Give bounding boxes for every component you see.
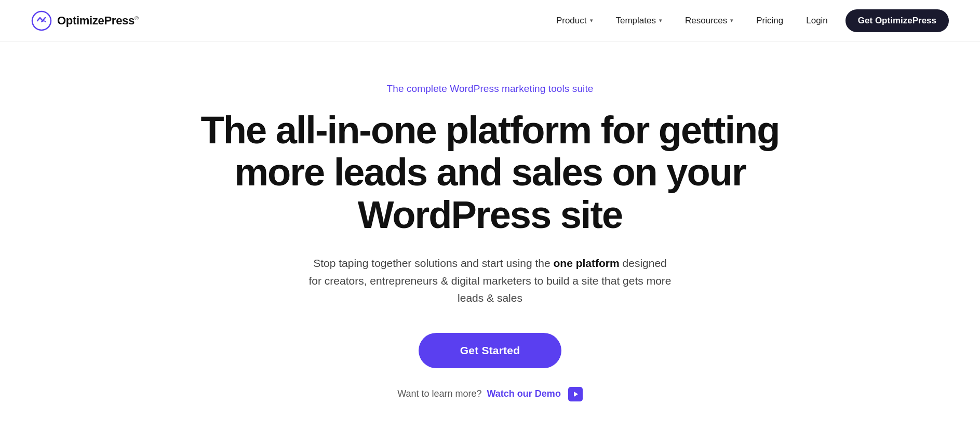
logo-icon: [31, 10, 52, 31]
play-icon: [568, 387, 583, 401]
demo-prefix-text: Want to learn more?: [397, 388, 481, 399]
hero-section: The complete WordPress marketing tools s…: [0, 42, 980, 430]
main-nav: Product ▾ Templates ▾ Resources ▾ Pricin…: [547, 9, 949, 32]
nav-get-optimizepress-button[interactable]: Get OptimizePress: [845, 9, 949, 32]
svg-point-0: [32, 11, 51, 30]
nav-templates[interactable]: Templates ▾: [607, 11, 672, 30]
demo-row: Want to learn more? Watch our Demo: [397, 387, 583, 401]
header: OptimizePress® Product ▾ Templates ▾ Res…: [0, 0, 980, 42]
nav-product[interactable]: Product ▾: [547, 11, 602, 30]
logo[interactable]: OptimizePress®: [31, 10, 139, 31]
hero-title: The all-in-one platform for getting more…: [153, 109, 828, 236]
nav-login[interactable]: Login: [797, 11, 837, 30]
product-chevron-icon: ▾: [590, 17, 593, 24]
svg-marker-1: [574, 392, 578, 397]
nav-pricing[interactable]: Pricing: [747, 11, 793, 30]
logo-text: OptimizePress®: [57, 14, 139, 28]
get-started-button[interactable]: Get Started: [419, 333, 561, 368]
nav-resources[interactable]: Resources ▾: [676, 11, 743, 30]
resources-chevron-icon: ▾: [730, 17, 733, 24]
hero-eyebrow: The complete WordPress marketing tools s…: [387, 83, 594, 95]
templates-chevron-icon: ▾: [659, 17, 662, 24]
hero-subtitle: Stop taping together solutions and start…: [308, 254, 672, 307]
watch-demo-link[interactable]: Watch our Demo: [487, 388, 561, 399]
